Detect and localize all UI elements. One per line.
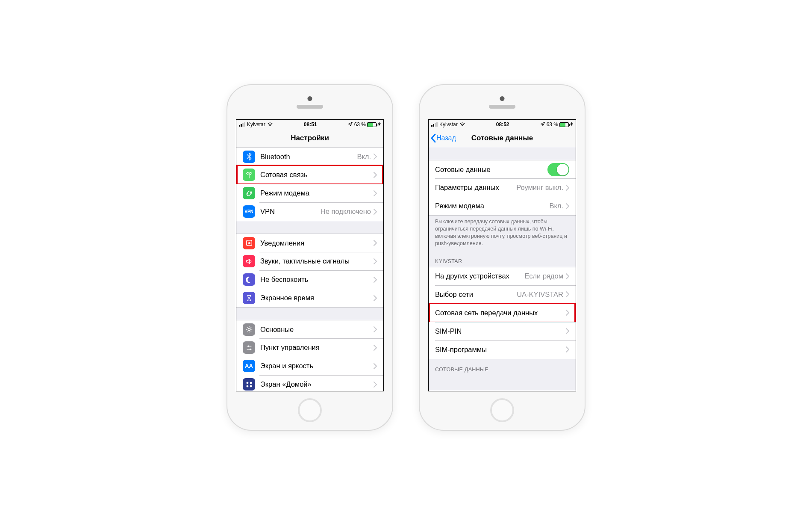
row-label: Режим модема (260, 189, 374, 197)
row-label: Режим модема (435, 202, 549, 210)
chevron-icon (374, 172, 377, 178)
chevron-icon (374, 277, 377, 283)
svg-point-3 (247, 345, 249, 347)
chevron-icon (374, 258, 377, 264)
row-label: Звуки, тактильные сигналы (260, 257, 374, 265)
phone-right: Kyivstar 08:52 63 % Назад Сотовые данные… (419, 84, 585, 431)
row-label: SIM-программы (435, 346, 566, 354)
phone-speaker (297, 105, 323, 109)
screen-cellular: Kyivstar 08:52 63 % Назад Сотовые данные… (428, 119, 576, 391)
row-control-center[interactable]: Пункт управления (236, 338, 383, 357)
charging-icon (570, 121, 573, 128)
nav-bar: Назад Сотовые данные (429, 129, 576, 147)
link-icon (243, 187, 255, 199)
row-sounds[interactable]: Звуки, тактильные сигналы (236, 252, 383, 270)
phone-left: Kyivstar 08:51 63 % Настройки Bluetooth (227, 84, 393, 431)
chevron-icon (566, 346, 569, 352)
location-icon (348, 121, 353, 128)
row-notifications[interactable]: Уведомления (236, 234, 383, 252)
row-cellular-data-toggle[interactable]: Сотовые данные (429, 160, 576, 178)
row-cellular-data-network[interactable]: Сотовая сеть передачи данных (429, 304, 576, 322)
phone-camera (308, 96, 312, 101)
text-size-icon: AA (243, 360, 255, 372)
row-label: Основные (260, 326, 374, 334)
row-label: Сотовая связь (260, 171, 374, 179)
back-button[interactable]: Назад (429, 133, 456, 143)
chevron-icon (374, 209, 377, 215)
back-label: Назад (436, 134, 456, 142)
charging-icon (378, 121, 381, 128)
battery-icon (367, 122, 377, 127)
gear-icon (243, 323, 255, 336)
svg-point-2 (248, 328, 250, 330)
hourglass-icon (243, 292, 255, 304)
row-label: Bluetooth (260, 153, 357, 161)
wifi-icon (267, 121, 273, 128)
svg-rect-5 (246, 382, 248, 384)
svg-rect-1 (248, 242, 250, 244)
sounds-icon (243, 255, 255, 267)
row-data-params[interactable]: Параметры данных Роуминг выкл. (429, 178, 576, 197)
status-time: 08:51 (304, 121, 317, 127)
row-sim-pin[interactable]: SIM-PIN (429, 322, 576, 340)
chevron-icon (566, 328, 569, 334)
chevron-icon (566, 310, 569, 316)
section-header-cellular-data: СОТОВЫЕ ДАННЫЕ (429, 359, 576, 375)
row-sim-apps[interactable]: SIM-программы (429, 340, 576, 359)
status-time: 08:52 (496, 121, 509, 127)
row-network-selection[interactable]: Выбор сети UA-KYIVSTAR (429, 285, 576, 304)
screen-settings: Kyivstar 08:51 63 % Настройки Bluetooth (236, 119, 384, 391)
row-hotspot[interactable]: Режим модема Вкл. (429, 197, 576, 215)
row-homescreen[interactable]: Экран «Домой» (236, 375, 383, 391)
chevron-icon (374, 240, 377, 246)
row-label: Параметры данных (435, 184, 516, 192)
svg-point-4 (249, 348, 251, 350)
phone-speaker (489, 105, 515, 109)
chevron-icon (374, 345, 377, 351)
row-screentime[interactable]: Экранное время (236, 289, 383, 307)
signal-icon (431, 122, 438, 127)
signal-icon (239, 122, 245, 127)
row-label: Экранное время (260, 294, 374, 302)
chevron-icon (374, 295, 377, 301)
battery-pct: 63 % (354, 121, 366, 127)
home-button[interactable] (298, 398, 322, 422)
row-label: Уведомления (260, 239, 374, 247)
section-footer: Выключите передачу сотовых данных, чтобы… (429, 215, 576, 251)
phone-camera (500, 96, 505, 101)
home-button[interactable] (490, 398, 514, 422)
row-label: Экран «Домой» (260, 380, 374, 388)
row-label: Сотовые данные (435, 166, 547, 174)
status-bar: Kyivstar 08:51 63 % (236, 120, 383, 129)
nav-title: Настройки (236, 134, 383, 142)
chevron-icon (566, 291, 569, 297)
row-bluetooth[interactable]: Bluetooth Вкл. (236, 147, 383, 166)
bluetooth-icon (243, 151, 255, 163)
chevron-icon (374, 363, 377, 369)
row-detail: Если рядом (524, 272, 563, 280)
row-vpn[interactable]: VPN VPN Не подключено (236, 202, 383, 221)
row-detail: UA-KYIVSTAR (517, 290, 563, 299)
location-icon (540, 121, 545, 128)
row-label: Пункт управления (260, 343, 374, 352)
row-dnd[interactable]: Не беспокоить (236, 270, 383, 289)
row-general[interactable]: Основные (236, 320, 383, 338)
battery-icon (559, 122, 569, 127)
section-header-kyivstar: KYIVSTAR (429, 251, 576, 267)
row-detail: Вкл. (357, 153, 371, 161)
chevron-icon (374, 382, 377, 388)
chevron-icon (374, 154, 377, 160)
row-cellular[interactable]: Сотовая связь (236, 166, 383, 184)
row-label: VPN (260, 207, 321, 216)
row-hotspot[interactable]: Режим модема (236, 184, 383, 202)
row-label: На других устройствах (435, 272, 524, 280)
chevron-icon (566, 185, 569, 191)
row-other-devices[interactable]: На других устройствах Если рядом (429, 267, 576, 285)
row-display[interactable]: AA Экран и яркость (236, 357, 383, 375)
row-label: SIM-PIN (435, 327, 566, 335)
toggle-switch[interactable] (547, 163, 569, 176)
wifi-icon (459, 121, 465, 128)
svg-rect-7 (246, 385, 248, 387)
chevron-icon (374, 190, 377, 196)
row-detail: Не подключено (321, 207, 371, 216)
